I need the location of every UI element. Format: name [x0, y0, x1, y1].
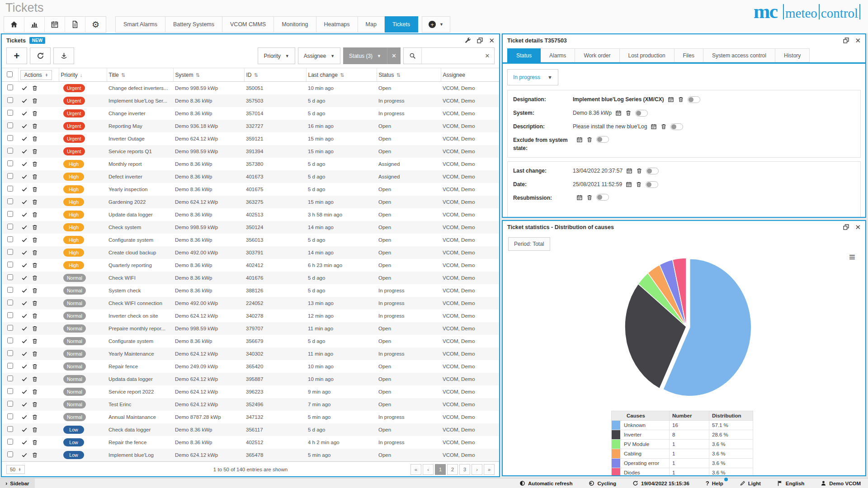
- table-row[interactable]: High Gardening 2022 Demo 624.12 kWp 3632…: [2, 196, 499, 208]
- table-row[interactable]: High Defect inverter Demo 8.36 kWp 40167…: [2, 170, 499, 183]
- export-tickets-button[interactable]: [53, 47, 74, 64]
- delete-ticket-icon[interactable]: [30, 249, 39, 256]
- popout-panel-button[interactable]: [843, 37, 849, 44]
- resolve-ticket-icon[interactable]: [20, 401, 29, 408]
- row-checkbox[interactable]: [7, 451, 13, 457]
- resolve-ticket-icon[interactable]: [20, 452, 29, 458]
- filter-status-3-[interactable]: Status (3)▼: [343, 47, 387, 64]
- row-checkbox[interactable]: [7, 84, 13, 90]
- ticket-title-cell[interactable]: Yearly inspection: [107, 183, 173, 196]
- clear-status-filter-icon[interactable]: ✕: [387, 47, 401, 64]
- row-checkbox[interactable]: [7, 173, 13, 179]
- table-row[interactable]: Normal Check WIFI connection Demo 492.00…: [2, 297, 499, 310]
- remove-person-icon[interactable]: [678, 96, 684, 103]
- delete-ticket-icon[interactable]: [30, 98, 39, 104]
- ticket-title-cell[interactable]: Prepaire monthly repor...: [107, 322, 173, 335]
- resolve-ticket-icon[interactable]: [20, 161, 29, 167]
- delete-ticket-icon[interactable]: [30, 351, 39, 357]
- calendar-picker-icon[interactable]: [668, 96, 674, 103]
- filter-priority[interactable]: Priority▼: [258, 47, 295, 64]
- row-checkbox[interactable]: [7, 135, 13, 141]
- row-checkbox[interactable]: [7, 375, 13, 381]
- column-header-title[interactable]: Title⇅: [107, 68, 173, 82]
- statusbar-light[interactable]: Light: [740, 480, 761, 486]
- row-checkbox[interactable]: [7, 236, 13, 242]
- table-row[interactable]: Normal Annual Maintanance Demo 8787.28 k…: [2, 411, 499, 423]
- delete-ticket-icon[interactable]: [30, 414, 39, 420]
- page-button-3[interactable]: 3: [459, 464, 470, 475]
- table-row[interactable]: High Quarterly reporting Demo 8.36 kWp 4…: [2, 259, 499, 272]
- row-checkbox[interactable]: [7, 110, 13, 116]
- resolve-ticket-icon[interactable]: [20, 136, 29, 142]
- delete-ticket-icon[interactable]: [30, 313, 39, 319]
- row-checkbox[interactable]: [7, 211, 13, 217]
- delete-ticket-icon[interactable]: [30, 275, 39, 281]
- statusbar-demo-vcom[interactable]: Demo VCOM: [821, 480, 861, 486]
- calendar-picker-icon[interactable]: [626, 168, 632, 174]
- resolve-ticket-icon[interactable]: [20, 174, 29, 180]
- close-panel-button[interactable]: ✕: [855, 37, 861, 44]
- row-checkbox[interactable]: [7, 426, 13, 432]
- ticket-title-cell[interactable]: Monthly report: [107, 158, 173, 170]
- resolve-ticket-icon[interactable]: [20, 199, 29, 205]
- panel-settings-button[interactable]: [464, 37, 471, 44]
- popout-panel-button[interactable]: [843, 224, 849, 230]
- resolve-ticket-icon[interactable]: [20, 389, 29, 395]
- row-checkbox[interactable]: [7, 287, 13, 293]
- table-row[interactable]: Normal Updata data logger Demo 624.12 kW…: [2, 373, 499, 385]
- calendar-picker-icon[interactable]: [576, 194, 583, 201]
- ticket-title-cell[interactable]: Update data logger: [107, 208, 173, 221]
- resolve-ticket-icon[interactable]: [20, 85, 29, 91]
- resolve-ticket-icon[interactable]: [20, 414, 29, 420]
- row-checkbox[interactable]: [7, 300, 13, 305]
- delete-ticket-icon[interactable]: [30, 85, 39, 91]
- table-row[interactable]: High Check system Demo 998.59 kWp 350124…: [2, 221, 499, 234]
- delete-ticket-icon[interactable]: [30, 174, 39, 180]
- remove-person-icon[interactable]: [636, 181, 642, 188]
- row-checkbox[interactable]: [7, 224, 13, 230]
- resolve-ticket-icon[interactable]: [20, 211, 29, 218]
- row-checkbox[interactable]: [7, 160, 13, 166]
- row-checkbox[interactable]: [7, 325, 13, 331]
- table-row[interactable]: Urgent Reporting May Demo 936.18 kWp 332…: [2, 120, 499, 132]
- calendar-picker-icon[interactable]: [651, 123, 657, 130]
- row-checkbox[interactable]: [7, 122, 13, 128]
- row-checkbox[interactable]: [7, 350, 13, 356]
- ticket-status-select[interactable]: In progress ▼: [507, 69, 558, 85]
- table-row[interactable]: High Monthly report Demo 8.36 kWp 357380…: [2, 158, 499, 170]
- delete-ticket-icon[interactable]: [30, 262, 39, 268]
- statusbar-cycling[interactable]: Cycling: [589, 480, 616, 486]
- ticket-title-cell[interactable]: Service report 2022: [107, 385, 173, 398]
- tab-tickets[interactable]: Tickets: [385, 16, 418, 33]
- row-checkbox[interactable]: [7, 148, 13, 154]
- delete-ticket-icon[interactable]: [30, 199, 39, 205]
- table-row[interactable]: Urgent Implement blue'Log Ser... Demo 8.…: [2, 94, 499, 107]
- toggle-switch[interactable]: [596, 136, 609, 143]
- select-all-checkbox[interactable]: [7, 71, 13, 77]
- sidebar-toggle-button[interactable]: › Sidebar: [0, 479, 35, 488]
- table-row[interactable]: High Configurate system Demo 8.36 kWp 35…: [2, 234, 499, 246]
- ticket-title-cell[interactable]: Check system: [107, 221, 173, 234]
- page-button-1[interactable]: 1: [435, 464, 446, 475]
- pager-nav-button[interactable]: ‹: [423, 464, 434, 475]
- ticket-title-cell[interactable]: Check data logger: [107, 423, 173, 436]
- remove-person-icon[interactable]: [586, 194, 593, 201]
- delete-ticket-icon[interactable]: [30, 376, 39, 382]
- close-panel-button[interactable]: ✕: [855, 224, 861, 230]
- table-row[interactable]: Normal System check Demo 8.36 kWp 388126…: [2, 284, 499, 297]
- table-row[interactable]: Normal Yearly Maintenance Demo 624.12 kW…: [2, 347, 499, 360]
- ticket-title-cell[interactable]: Gardening 2022: [107, 196, 173, 208]
- ticket-title-cell[interactable]: Implement blue'Log Ser...: [107, 94, 173, 107]
- ticket-title-cell[interactable]: Change defect inverters...: [107, 82, 173, 94]
- pager-nav-button[interactable]: ›: [472, 464, 482, 475]
- home-button[interactable]: [4, 17, 24, 32]
- delete-ticket-icon[interactable]: [30, 110, 39, 117]
- statusbar-help[interactable]: ?Help: [706, 480, 723, 487]
- resolve-ticket-icon[interactable]: [20, 186, 29, 192]
- row-checkbox[interactable]: [7, 439, 13, 445]
- ticket-title-cell[interactable]: Repair the fence: [107, 436, 173, 449]
- column-header-last-change[interactable]: Last change⇅: [306, 68, 377, 82]
- statusbar-19-04-2022-15-15-36[interactable]: 19/04/2022 15:15:36: [632, 480, 689, 486]
- resolve-ticket-icon[interactable]: [20, 338, 29, 344]
- statusbar-english[interactable]: English: [777, 480, 805, 486]
